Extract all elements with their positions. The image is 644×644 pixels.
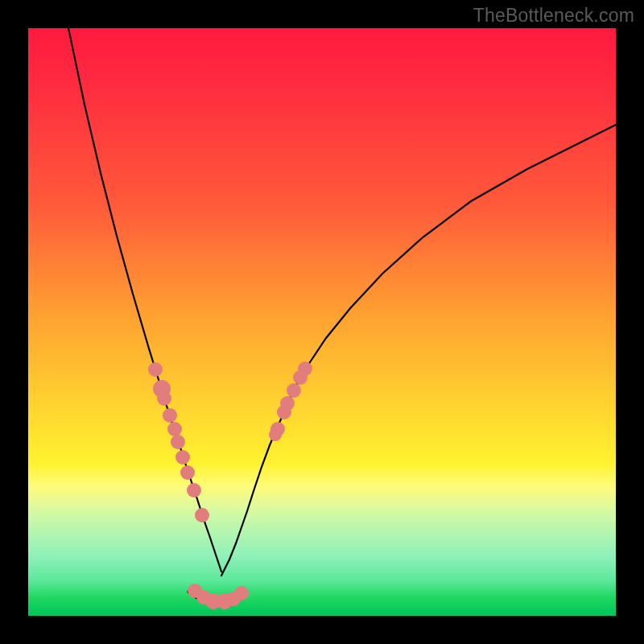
data-marker: [175, 450, 190, 464]
curve-group: [68, 28, 616, 601]
chart-frame: TheBottleneck.com: [0, 0, 644, 644]
data-marker: [180, 465, 195, 480]
watermark-text: TheBottleneck.com: [473, 5, 634, 27]
marker-group: [148, 361, 312, 609]
data-marker: [187, 483, 201, 497]
curve-right-curve: [221, 125, 616, 576]
data-marker: [234, 586, 249, 601]
data-marker: [167, 422, 182, 436]
plot-area: [28, 28, 616, 616]
data-marker: [195, 508, 209, 522]
data-marker: [157, 391, 171, 406]
data-marker: [148, 362, 163, 377]
data-marker: [171, 435, 185, 449]
data-marker: [163, 408, 177, 423]
data-marker: [298, 361, 312, 376]
data-marker: [269, 428, 282, 441]
data-marker: [287, 383, 301, 398]
chart-svg: [28, 28, 616, 616]
data-marker: [280, 396, 295, 411]
